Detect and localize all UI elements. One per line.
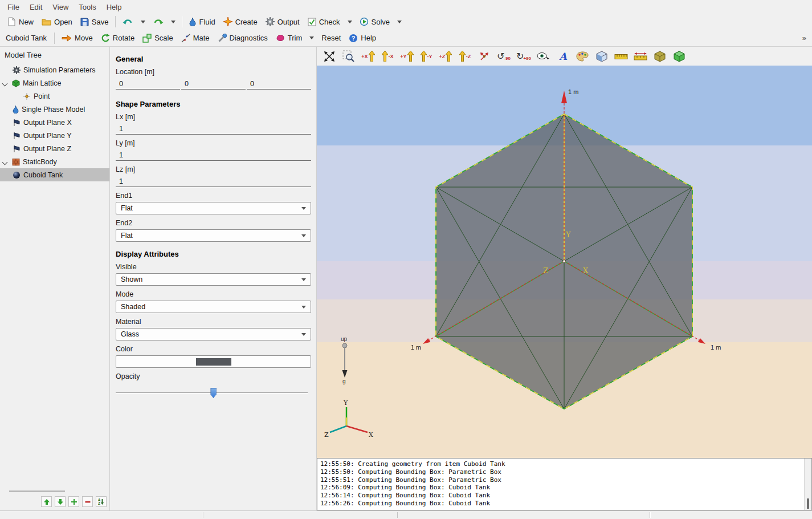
mode-select[interactable]: Shaded [116, 301, 311, 313]
chevron-down-icon [301, 333, 306, 336]
visible-select[interactable]: Shown [116, 273, 311, 286]
create-button[interactable]: Create [219, 15, 262, 29]
opacity-slider[interactable] [116, 386, 311, 400]
rotate-button[interactable]: Rotate [97, 31, 138, 45]
opacity-slider-handle[interactable] [210, 388, 217, 398]
toolbar-overflow-button[interactable]: » [797, 34, 812, 42]
check-button[interactable]: Check [304, 15, 344, 29]
status-segment [650, 511, 812, 519]
trim-dropdown-button[interactable] [306, 34, 317, 42]
axis-x-label: X [583, 266, 589, 275]
rotate-cw-90-button[interactable]: ↻+90 [516, 48, 532, 64]
view-minus-z-button[interactable]: -Z [458, 48, 472, 64]
output-button[interactable]: Output [262, 15, 304, 29]
end2-select[interactable]: Flat [116, 229, 311, 242]
move-button[interactable]: Move [58, 31, 97, 44]
mesh-box-button[interactable] [672, 48, 687, 64]
check-dropdown-button[interactable] [344, 18, 356, 26]
undo-dropdown-button[interactable] [137, 18, 149, 26]
location-y-field[interactable] [181, 78, 246, 90]
palette-button[interactable] [575, 48, 590, 64]
chevron-down-icon[interactable] [3, 81, 7, 86]
menu-file[interactable]: File [2, 1, 25, 13]
tree-item-staticbody[interactable]: StaticBody [0, 155, 109, 168]
ly-field[interactable] [116, 149, 311, 161]
render-style-button[interactable] [594, 48, 609, 64]
move-up-button[interactable] [41, 496, 52, 507]
toolbar-separator [54, 33, 55, 44]
color-picker-field[interactable] [116, 355, 311, 368]
tree-scrollbar[interactable] [9, 490, 65, 492]
pan-button[interactable] [322, 48, 337, 64]
eye-icon [537, 51, 550, 61]
sort-button[interactable]: AZ [96, 496, 107, 507]
trim-button[interactable]: Trim [272, 31, 307, 44]
axis-z-label: Z [543, 266, 548, 275]
ruler-button[interactable] [614, 48, 629, 64]
open-button[interactable]: Open [38, 15, 76, 29]
tree-item-output-plane-z[interactable]: Output Plane Z [0, 142, 109, 155]
view-plus-x-button[interactable]: +X [361, 48, 376, 64]
undo-button[interactable] [119, 15, 137, 29]
tree-item-point[interactable]: Point [0, 90, 109, 103]
view-minus-x-button[interactable]: -X [380, 48, 395, 64]
end1-select[interactable]: Flat [116, 202, 311, 214]
help-button[interactable]: ? Help [345, 31, 380, 45]
trim-blob-icon [276, 34, 285, 42]
redo-dropdown-button[interactable] [168, 18, 179, 26]
tree-item-cuboid-tank[interactable]: Cuboid Tank [0, 168, 109, 181]
view-minus-y-button[interactable]: -Y [419, 48, 434, 64]
mate-button[interactable]: Mate [177, 31, 214, 45]
redo-button[interactable] [149, 15, 168, 29]
sphere-icon [13, 171, 21, 179]
viewport-3d[interactable]: 1 m 1 m 1 m Y Z X up g Y X Z [317, 66, 812, 458]
dimension-button[interactable] [633, 48, 648, 64]
lx-field[interactable] [116, 123, 311, 135]
add-item-button[interactable] [68, 496, 79, 507]
general-section-title: General [116, 55, 311, 63]
chevron-down-icon [171, 21, 176, 23]
tree-item-output-plane-x[interactable]: Output Plane X [0, 116, 109, 129]
tree-item-single-phase-model[interactable]: Single Phase Model [0, 103, 109, 116]
log-line: 12:56:14: Computing Bounding Box: Cuboid… [320, 492, 801, 500]
log-output[interactable]: 12:55:50: Creating geometry from item Cu… [317, 459, 804, 510]
visibility-pick-button[interactable] [536, 48, 551, 64]
display-section-title: Display Attributes [116, 250, 311, 258]
tree-item-main-lattice[interactable]: Main Lattice [0, 76, 109, 90]
location-x-field[interactable] [116, 78, 180, 90]
orient-axes-button[interactable] [477, 48, 492, 64]
reset-button[interactable]: Reset [317, 31, 345, 44]
remove-item-button[interactable] [82, 496, 93, 507]
log-line: 12:55:50: Creating geometry from item Cu… [320, 460, 801, 468]
new-button[interactable]: New [3, 15, 38, 29]
solve-button[interactable]: Solve [356, 15, 394, 29]
zoom-window-button[interactable] [341, 48, 356, 64]
bounding-box-button[interactable] [652, 48, 667, 64]
view-plus-z-button[interactable]: +Z [438, 48, 453, 64]
visible-label: Visible [116, 263, 311, 271]
solve-dropdown-button[interactable] [394, 18, 405, 26]
rotate-ccw-90-button[interactable]: ↺-90 [496, 48, 511, 64]
z-dimension-label: 1 m [411, 344, 421, 351]
menu-edit[interactable]: Edit [25, 1, 47, 13]
location-z-field[interactable] [247, 78, 311, 90]
undo-arrow-icon [123, 18, 133, 26]
chevron-down-icon[interactable] [3, 160, 7, 164]
fluid-button[interactable]: Fluid [185, 15, 219, 29]
diagnostics-button[interactable]: Diagnostics [214, 31, 272, 45]
menu-help[interactable]: Help [101, 1, 127, 13]
material-select[interactable]: Glass [116, 328, 311, 340]
menu-tools[interactable]: Tools [74, 1, 101, 13]
save-button[interactable]: Save [76, 15, 113, 29]
lz-field[interactable] [116, 176, 311, 187]
scale-button[interactable]: Scale [138, 31, 177, 45]
view-plus-y-button[interactable]: +Y [399, 48, 414, 64]
menu-view[interactable]: View [47, 1, 74, 13]
move-down-button[interactable] [55, 496, 66, 507]
tree-item-output-plane-y[interactable]: Output Plane Y [0, 129, 109, 142]
tree-item-simulation-parameters[interactable]: Simulation Parameters [0, 63, 109, 76]
log-scrollbar-handle[interactable] [807, 498, 809, 509]
log-scrollbar[interactable] [804, 459, 811, 510]
annotate-button[interactable]: A [556, 48, 570, 64]
mode-label: Mode [116, 290, 311, 298]
